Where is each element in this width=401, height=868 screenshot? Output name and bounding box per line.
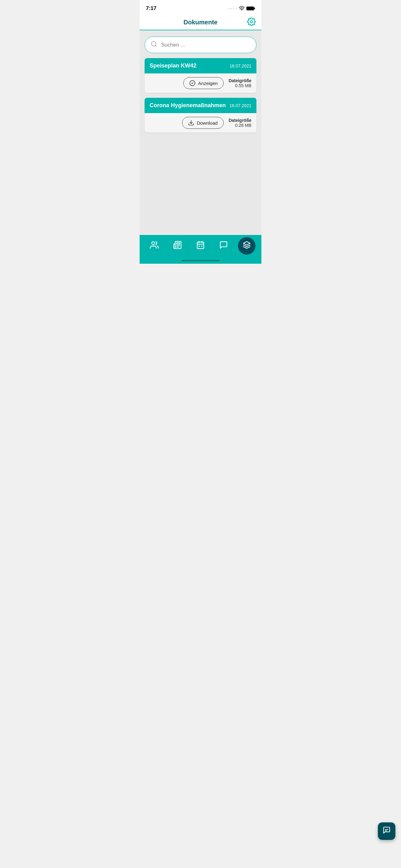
search-icon [151, 41, 157, 49]
doc-body-1: Anzeigen Dateigröße 0.55 MB [144, 73, 257, 93]
doc-header-2: Corona Hygienemaßnahmen 16.07.2021 [144, 98, 257, 113]
main-content: Speiseplan KW42 16.07.2021 Anzeigen Date… [140, 30, 261, 235]
file-info-2: Dateigröße 0.28 MB [229, 118, 252, 128]
nav-item-documents[interactable] [235, 237, 258, 255]
gear-icon[interactable] [247, 17, 256, 28]
svg-rect-15 [199, 246, 200, 247]
header: Dokumente [140, 16, 261, 30]
nav-item-news[interactable] [166, 241, 189, 251]
svg-rect-2 [254, 7, 255, 9]
svg-rect-11 [197, 242, 204, 248]
wifi-icon [239, 6, 244, 11]
signal-dot-4 [235, 8, 237, 9]
home-indicator [140, 260, 261, 264]
doc-body-2: Download Dateigröße 0.28 MB [144, 113, 257, 132]
status-bar: 7:17 [140, 0, 261, 16]
svg-line-5 [155, 45, 157, 46]
svg-point-0 [241, 10, 242, 10]
svg-point-3 [250, 21, 253, 23]
status-time: 7:17 [146, 5, 157, 11]
file-size-2: 0.28 MB [229, 123, 252, 128]
doc-header-1: Speiseplan KW42 16.07.2021 [144, 58, 257, 73]
view-label-1: Anzeigen [198, 81, 218, 86]
file-size-1: 0.55 MB [229, 83, 252, 88]
file-info-1: Dateigröße 0.55 MB [229, 78, 252, 88]
svg-rect-16 [201, 246, 202, 247]
view-button-1[interactable]: Anzeigen [183, 77, 224, 89]
calendar-icon [196, 241, 205, 251]
doc-title-2: Corona Hygienemaßnahmen [149, 102, 226, 109]
nav-item-users[interactable] [143, 241, 166, 251]
layers-icon [243, 241, 251, 251]
nav-item-calendar[interactable] [189, 241, 212, 251]
file-size-label-2: Dateigröße [229, 118, 252, 123]
nav-active-indicator [238, 237, 256, 255]
doc-title-1: Speiseplan KW42 [149, 62, 196, 69]
download-button-2[interactable]: Download [182, 117, 224, 129]
battery-icon [246, 6, 255, 11]
bottom-navigation [140, 235, 261, 260]
status-icons [228, 6, 255, 11]
nav-item-chat[interactable] [212, 241, 235, 251]
signal-dots [228, 8, 237, 9]
doc-date-2: 16.07.2021 [230, 103, 252, 108]
page-title: Dokumente [183, 19, 218, 26]
content-spacer [144, 137, 257, 229]
news-icon [173, 241, 182, 251]
signal-dot-2 [231, 8, 232, 9]
svg-marker-17 [243, 242, 250, 245]
svg-rect-1 [246, 6, 254, 10]
svg-point-10 [152, 242, 155, 244]
signal-dot-1 [228, 8, 230, 9]
doc-date-1: 16.07.2021 [230, 63, 252, 68]
signal-dot-3 [233, 8, 235, 9]
document-card-2: Corona Hygienemaßnahmen 16.07.2021 Downl… [144, 98, 257, 132]
search-input[interactable] [161, 42, 250, 48]
download-label-2: Download [197, 120, 218, 126]
home-bar [182, 260, 219, 261]
chat-icon [219, 241, 228, 251]
search-bar[interactable] [144, 36, 257, 53]
file-size-label-1: Dateigröße [229, 78, 252, 83]
users-icon [150, 241, 159, 251]
document-card-1: Speiseplan KW42 16.07.2021 Anzeigen Date… [144, 58, 257, 93]
